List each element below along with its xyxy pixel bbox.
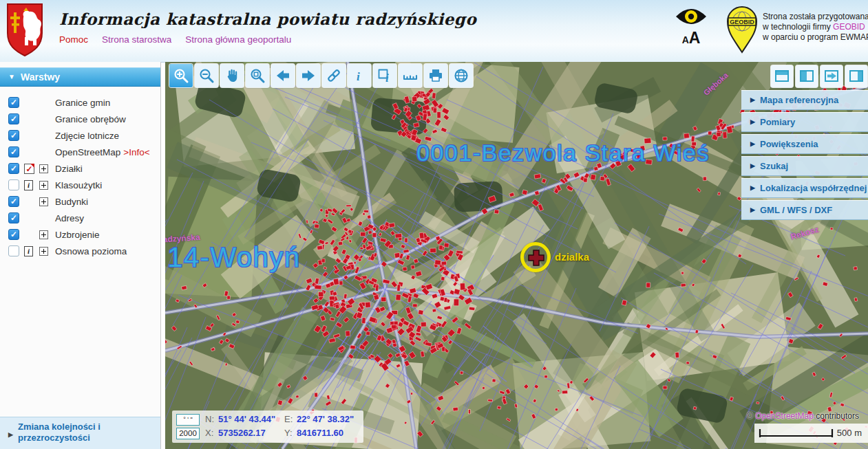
layer-checkbox[interactable]: ✓ bbox=[8, 163, 19, 174]
layer-row: ✓Adresy bbox=[0, 210, 160, 226]
scale-line bbox=[754, 424, 837, 443]
view-forward-icon bbox=[300, 67, 317, 84]
toggle-fullscreen-map-button[interactable] bbox=[821, 65, 843, 87]
menu-item-gml-wfs-dxf[interactable]: ▶GML / WFS / DXF bbox=[741, 200, 868, 220]
layer-label: Granice obrębów bbox=[55, 114, 126, 124]
layer-label: Działki bbox=[55, 164, 83, 174]
expand-plus-icon[interactable] bbox=[39, 197, 48, 206]
toggle-top-panel-icon bbox=[774, 68, 790, 85]
toggle-fullscreen-map-icon bbox=[823, 68, 840, 85]
scale-bar: 500 m bbox=[754, 424, 868, 443]
menu-item-powiększenia[interactable]: ▶Powiększenia bbox=[741, 134, 868, 154]
menu-item-label: GML / WFS / DXF bbox=[760, 205, 832, 215]
expand-plus-icon[interactable] bbox=[39, 164, 48, 173]
menu-item-szukaj[interactable]: ▶Szukaj bbox=[741, 156, 868, 176]
layer-checkbox[interactable] bbox=[8, 245, 19, 256]
parcel-marker-label: dzialka bbox=[555, 251, 589, 263]
layer-row: ✓Granice obrębów bbox=[0, 111, 160, 127]
expand-plus-icon[interactable] bbox=[39, 181, 48, 190]
toggle-left-panel-button[interactable] bbox=[796, 65, 818, 87]
contrast-eye-icon[interactable] bbox=[675, 7, 708, 26]
layer-checkbox[interactable]: ✓ bbox=[8, 130, 19, 141]
info-rect-icon: i bbox=[377, 67, 393, 84]
menu-item-mapa-referencyjna[interactable]: ▶Mapa referencyjna bbox=[741, 90, 868, 110]
layer-label: Zdjęcie lotnicze bbox=[55, 131, 119, 141]
layer-checkbox[interactable]: ✓ bbox=[8, 212, 19, 223]
chevron-right-icon: ▶ bbox=[750, 179, 755, 197]
menu-item-lokalizacja-współrzędnej[interactable]: ▶Lokalizacja współrzędnej bbox=[741, 178, 868, 198]
expand-plus-icon[interactable] bbox=[39, 230, 48, 239]
zoom-out-button[interactable] bbox=[195, 64, 218, 87]
toggle-right-panel-icon bbox=[848, 68, 865, 85]
y-value: 8416711.60 bbox=[297, 428, 343, 438]
chevron-right-icon: ▶ bbox=[750, 135, 755, 153]
layer-checkbox[interactable]: ✓ bbox=[8, 97, 19, 108]
panel-toggle-buttons bbox=[771, 65, 867, 87]
e-value: 22° 47' 38.32" bbox=[297, 414, 354, 424]
layer-label: Klasoużytki bbox=[55, 180, 102, 190]
right-accordion-menu: ▶Mapa referencyjna▶Pomiary▶Powiększenia▶… bbox=[741, 90, 868, 222]
layer-row: ✓✓Działki bbox=[0, 160, 160, 177]
pan-button[interactable] bbox=[220, 64, 244, 87]
layer-checkbox[interactable]: ✓ bbox=[8, 229, 19, 240]
header-links: PomocStrona starostwaStrona główna geopo… bbox=[59, 34, 305, 45]
geobid-logo[interactable]: GEOBID bbox=[724, 4, 760, 56]
header-link-pomoc[interactable]: Pomoc bbox=[59, 34, 88, 45]
layer-checkbox[interactable]: ✓ bbox=[8, 196, 19, 207]
info-rect-button[interactable]: i bbox=[373, 64, 396, 87]
scale-text: 500 m bbox=[837, 428, 862, 438]
openstreetmap-link[interactable]: OpenStreetMap bbox=[755, 411, 814, 421]
font-size-toggle[interactable]: AA bbox=[672, 30, 710, 47]
expand-plus-icon[interactable] bbox=[39, 247, 48, 256]
menu-item-label: Mapa referencyjna bbox=[760, 95, 838, 105]
coordinates-panel: ° ' " 2000 N: 51° 44' 43.44" E: 22° 47' … bbox=[172, 410, 363, 443]
dms-format-button[interactable]: ° ' " bbox=[176, 414, 200, 426]
region-label-wohyn: 14-Wohyń bbox=[167, 242, 301, 273]
page-title: Informacja katastralna powiatu radzyński… bbox=[59, 10, 476, 28]
layer-row: ✓Granice gmin bbox=[0, 94, 160, 111]
layer-checkbox[interactable]: ✓ bbox=[8, 113, 19, 124]
view-forward-button[interactable] bbox=[297, 64, 320, 87]
layer-checkbox[interactable] bbox=[8, 179, 19, 190]
chevron-right-icon: ▶ bbox=[8, 429, 13, 440]
layer-order-transparency-link[interactable]: ▶ Zmiana kolejności i przezroczystości bbox=[0, 417, 160, 449]
credits-text: Strona została przygotowana w technologi… bbox=[763, 12, 868, 43]
info-icon: i bbox=[351, 67, 368, 84]
zoom-in-icon bbox=[173, 67, 189, 84]
print-button[interactable] bbox=[424, 64, 447, 87]
layer-label: OpenStreetMap bbox=[55, 147, 120, 157]
measure-button[interactable] bbox=[399, 64, 422, 87]
pan-icon bbox=[224, 67, 240, 84]
layer-info-icon[interactable]: i bbox=[24, 246, 33, 256]
zoom-out-icon bbox=[198, 67, 215, 84]
layers-panel-header[interactable]: ▼ Warstwy bbox=[0, 67, 160, 87]
chevron-right-icon: ▶ bbox=[750, 113, 755, 131]
globe-button[interactable] bbox=[449, 64, 473, 87]
view-back-icon bbox=[275, 67, 291, 84]
svg-text:GEOBID: GEOBID bbox=[730, 19, 754, 25]
layer-label: Budynki bbox=[55, 197, 88, 207]
info-button[interactable]: i bbox=[348, 64, 371, 87]
toggle-left-panel-icon bbox=[798, 68, 815, 85]
toggle-top-panel-button[interactable] bbox=[771, 65, 793, 87]
link-button[interactable] bbox=[322, 64, 346, 87]
toggle-right-panel-button[interactable] bbox=[845, 65, 867, 87]
zoom-rect-button[interactable] bbox=[246, 64, 269, 87]
menu-item-pomiary[interactable]: ▶Pomiary bbox=[741, 112, 868, 132]
layer-info-link[interactable]: >Info< bbox=[123, 147, 149, 157]
epsg-2000-button[interactable]: 2000 bbox=[176, 428, 200, 439]
e-label: E: bbox=[284, 414, 293, 424]
layer-row: ✓OpenStreetMap>Info< bbox=[0, 144, 160, 160]
layer-info-icon[interactable]: i bbox=[24, 180, 33, 190]
svg-text:i: i bbox=[385, 72, 389, 84]
header-link-strona-starostwa[interactable]: Strona starostwa bbox=[102, 34, 171, 45]
geobid-link[interactable]: GEOBID bbox=[833, 22, 865, 32]
legend-selection-icon[interactable]: ✓ bbox=[24, 164, 34, 174]
n-label: N: bbox=[205, 414, 214, 424]
header-link-strona-glowna-geoportalu[interactable]: Strona główna geoportalu bbox=[185, 34, 291, 45]
layer-checkbox[interactable]: ✓ bbox=[8, 146, 19, 157]
parcel-cross-icon bbox=[528, 250, 544, 266]
chevron-right-icon: ▶ bbox=[750, 201, 755, 219]
view-back-button[interactable] bbox=[271, 64, 295, 87]
zoom-in-button[interactable] bbox=[169, 64, 193, 87]
